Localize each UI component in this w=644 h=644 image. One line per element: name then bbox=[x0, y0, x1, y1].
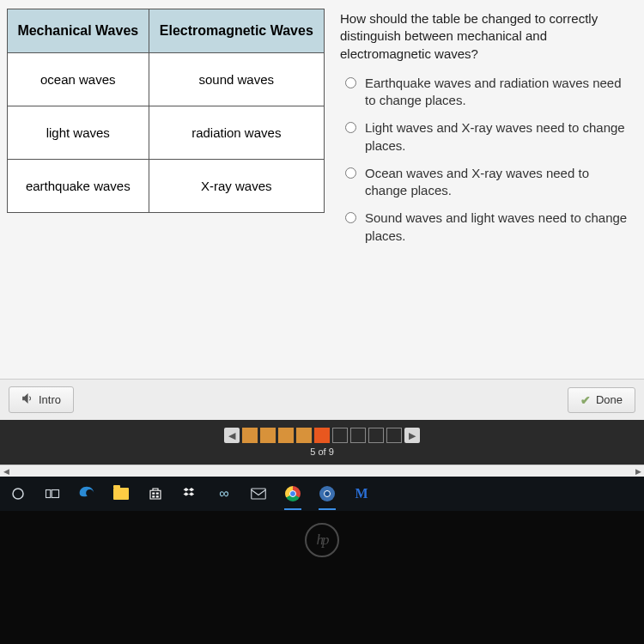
horizontal-scrollbar[interactable]: ◀ ▶ bbox=[0, 465, 644, 477]
done-button[interactable]: ✔ Done bbox=[568, 387, 635, 413]
progress-nav: ◀ ▶ 5 of 9 bbox=[0, 420, 644, 465]
speaker-icon bbox=[21, 392, 33, 407]
mail-icon[interactable] bbox=[247, 483, 270, 505]
svg-rect-4 bbox=[152, 493, 155, 495]
footer-bar: Intro ✔ Done bbox=[0, 379, 644, 420]
table-row: earthquake waves X-ray waves bbox=[8, 160, 325, 213]
edge-browser-icon[interactable] bbox=[76, 483, 98, 505]
nav-box-2[interactable] bbox=[260, 428, 276, 443]
intro-button-label: Intro bbox=[39, 393, 61, 406]
intro-button[interactable]: Intro bbox=[9, 386, 74, 413]
table-header-row: Mechanical Waves Electromagnetic Waves bbox=[8, 9, 325, 53]
cell: ocean waves bbox=[8, 53, 149, 106]
question-column: How should the table be changed to corre… bbox=[340, 9, 634, 379]
svg-point-1 bbox=[13, 489, 23, 499]
svg-rect-2 bbox=[46, 490, 51, 498]
nav-box-6[interactable] bbox=[332, 428, 348, 443]
svg-rect-7 bbox=[156, 495, 159, 497]
cell: light waves bbox=[8, 106, 149, 160]
waves-table: Mechanical Waves Electromagnetic Waves o… bbox=[7, 9, 325, 213]
nav-box-1[interactable] bbox=[242, 428, 258, 443]
task-view-icon[interactable] bbox=[41, 483, 64, 505]
choice-2-radio[interactable] bbox=[345, 122, 356, 133]
cell: radiation waves bbox=[149, 106, 324, 160]
laptop-bezel: hp bbox=[0, 511, 644, 644]
chrome-icon[interactable] bbox=[282, 483, 304, 505]
svg-rect-8 bbox=[252, 489, 266, 499]
malwarebytes-icon[interactable]: M bbox=[350, 483, 373, 505]
windows-taskbar: ∞ M bbox=[0, 477, 644, 511]
choice-2-label: Light waves and X-ray waves need to chan… bbox=[365, 119, 634, 155]
svg-rect-3 bbox=[52, 490, 58, 498]
nav-box-3[interactable] bbox=[278, 428, 294, 443]
header-electromagnetic: Electromagnetic Waves bbox=[149, 9, 324, 53]
cell: X-ray waves bbox=[149, 160, 324, 213]
nav-box-7[interactable] bbox=[350, 428, 366, 443]
nav-prev-button[interactable]: ◀ bbox=[224, 428, 240, 443]
page-counter: 5 of 9 bbox=[310, 447, 334, 457]
quiz-screen: Mechanical Waves Electromagnetic Waves o… bbox=[0, 0, 644, 477]
choice-4[interactable]: Sound waves and light waves need to chan… bbox=[340, 210, 634, 245]
nav-box-5[interactable] bbox=[314, 428, 330, 443]
table-column: Mechanical Waves Electromagnetic Waves o… bbox=[7, 9, 325, 379]
choice-2[interactable]: Light waves and X-ray waves need to chan… bbox=[340, 119, 634, 155]
infinity-icon[interactable]: ∞ bbox=[213, 483, 235, 505]
dropbox-icon[interactable] bbox=[179, 483, 201, 505]
question-text: How should the table be changed to corre… bbox=[340, 10, 634, 63]
scroll-left-arrow[interactable]: ◀ bbox=[0, 465, 12, 477]
progress-boxes: ◀ ▶ bbox=[224, 428, 420, 443]
check-icon: ✔ bbox=[580, 393, 591, 407]
cell: sound waves bbox=[149, 53, 324, 106]
choice-1[interactable]: Earthquake waves and radiation waves nee… bbox=[340, 75, 634, 110]
cortana-icon[interactable] bbox=[7, 483, 29, 505]
choice-3[interactable]: Ocean waves and X-ray waves need to chan… bbox=[340, 165, 634, 200]
table-row: ocean waves sound waves bbox=[8, 53, 325, 106]
nav-next-button[interactable]: ▶ bbox=[404, 428, 420, 443]
windows-store-icon[interactable] bbox=[144, 483, 167, 505]
nav-box-4[interactable] bbox=[296, 428, 312, 443]
header-mechanical: Mechanical Waves bbox=[8, 9, 149, 53]
choice-1-radio[interactable] bbox=[345, 77, 356, 88]
table-row: light waves radiation waves bbox=[8, 106, 325, 160]
content-area: Mechanical Waves Electromagnetic Waves o… bbox=[0, 0, 644, 379]
scroll-right-arrow[interactable]: ▶ bbox=[632, 465, 644, 477]
file-explorer-icon[interactable] bbox=[110, 483, 132, 505]
done-button-label: Done bbox=[596, 393, 623, 406]
nav-box-9[interactable] bbox=[386, 428, 402, 443]
choice-3-radio[interactable] bbox=[345, 167, 356, 179]
svg-marker-0 bbox=[23, 394, 27, 402]
choice-3-label: Ocean waves and X-ray waves need to chan… bbox=[365, 165, 634, 200]
choice-4-label: Sound waves and light waves need to chan… bbox=[365, 210, 634, 245]
choice-4-radio[interactable] bbox=[345, 212, 356, 223]
svg-rect-6 bbox=[152, 495, 155, 497]
nav-box-8[interactable] bbox=[368, 428, 384, 443]
hp-logo: hp bbox=[305, 523, 339, 557]
cell: earthquake waves bbox=[8, 160, 149, 213]
svg-rect-5 bbox=[156, 493, 159, 495]
choice-1-label: Earthquake waves and radiation waves nee… bbox=[365, 75, 634, 110]
chrome-canary-icon[interactable] bbox=[316, 483, 338, 505]
